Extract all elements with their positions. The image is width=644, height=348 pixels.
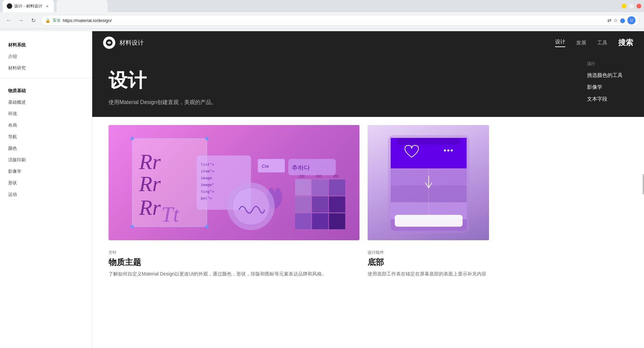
brand-logo	[103, 37, 115, 49]
sidebar-item-typography[interactable]: 活版印刷	[0, 154, 92, 166]
chrome-icon: ⬤	[620, 18, 625, 23]
svg-point-49	[444, 149, 446, 151]
sidebar: 材料系统 介绍 材料研究 物质基础 基础概述 环境 布局 导航 颜色 活版印刷 …	[0, 31, 92, 348]
browser-tab-inactive[interactable]	[57, 0, 108, 12]
card-desc-1: 了解如何自定义Material Design以更改UI的外观，通过颜色，形状，排…	[109, 270, 359, 278]
card-title-2: 底部	[368, 257, 489, 268]
svg-point-42	[232, 188, 270, 225]
svg-text:image: image	[201, 176, 212, 180]
card-desc-2: 使用底部工作表在锚定在屏幕底部的表面上显示补充内容	[368, 270, 489, 278]
card-material-theme: Rr Rr Rr Tt	[109, 125, 359, 282]
svg-rect-25	[295, 179, 311, 196]
back-button[interactable]: ←	[4, 16, 14, 25]
sidebar-item-motion[interactable]: 运动	[0, 189, 92, 200]
svg-point-50	[447, 149, 449, 151]
cards-section: Rr Rr Rr Tt	[92, 117, 644, 292]
nav-link-tools[interactable]: 工具	[597, 40, 607, 46]
dropdown-item-iconography[interactable]: 影像学	[587, 81, 633, 93]
svg-rect-31	[295, 213, 311, 229]
svg-rect-30	[329, 196, 345, 212]
svg-rect-48	[460, 138, 467, 145]
window-maximize[interactable]	[629, 4, 634, 8]
dropdown-label: 流行	[587, 61, 633, 67]
sidebar-section-title-foundations: 物质基础	[0, 82, 92, 97]
sidebar-section-title-material: 材料系统	[0, 37, 92, 51]
svg-rect-32	[312, 213, 328, 229]
svg-text:item">: item">	[201, 169, 214, 173]
dropdown-item-color-tool[interactable]: 挑选颜色的工具	[587, 69, 633, 81]
svg-text:200: 200	[299, 175, 305, 178]
svg-point-51	[451, 149, 453, 151]
star-icon[interactable]: ☆	[613, 18, 618, 23]
svg-text:Tt: Tt	[161, 202, 180, 226]
card-info-bottom-sheet: 设计组件 底部 使用底部工作表在锚定在屏幕底部的表面上显示补充内容	[368, 240, 489, 282]
card-bottom-sheet: 设计组件 底部 使用底部工作表在锚定在屏幕底部的表面上显示补充内容	[368, 125, 489, 282]
dropdown-item-text-field[interactable]: 文本字段	[587, 93, 633, 105]
tab-favicon	[7, 3, 12, 9]
svg-text:400: 400	[333, 175, 339, 178]
svg-text:ting">: ting">	[201, 189, 214, 194]
svg-rect-46	[391, 138, 467, 145]
sidebar-item-shape[interactable]: 形状	[0, 177, 92, 189]
svg-rect-28	[295, 196, 311, 212]
sidebar-divider-1	[0, 78, 92, 78]
brand: 材料设计	[103, 37, 144, 49]
sidebar-item-layout[interactable]: 布局	[0, 120, 92, 131]
browser-tab-active[interactable]: 设计 - 材料设计 ✕	[3, 0, 54, 12]
sidebar-item-research[interactable]: 材料研究	[0, 62, 92, 74]
page-title: 设计	[109, 68, 560, 94]
card-image-material-theme: Rr Rr Rr Tt	[109, 125, 359, 240]
sidebar-item-navigation[interactable]: 导航	[0, 131, 92, 143]
card-label-2: 设计组件	[368, 250, 489, 255]
svg-text:image": image"	[201, 183, 214, 187]
main-content: 材料设计 设计 发展 工具 搜索 设计 使用Material Design创建直…	[92, 31, 644, 348]
translate-icon: ⇄	[607, 18, 611, 23]
sidebar-section-foundations: 物质基础 基础概述 环境 布局 导航 颜色 活版印刷 影像学 形状 运动	[0, 82, 92, 200]
svg-text:bel">: bel">	[201, 196, 212, 201]
svg-rect-33	[329, 213, 345, 229]
svg-rect-47	[391, 138, 397, 145]
card-image-bottom-sheet	[368, 125, 489, 240]
svg-text:Rr: Rr	[139, 196, 161, 220]
sidebar-section-material-system: 材料系统 介绍 材料研究	[0, 37, 92, 74]
nav-links: 设计 发展 工具 搜索	[555, 38, 633, 48]
svg-text:300: 300	[316, 175, 322, 178]
security-label: 安全	[53, 18, 61, 23]
tab-close-button[interactable]: ✕	[44, 3, 50, 9]
sidebar-item-environment[interactable]: 环境	[0, 108, 92, 120]
brand-label: 材料设计	[119, 39, 144, 47]
hero-subtitle: 使用Material Design创建直观，美观的产品。	[109, 99, 560, 106]
forward-button[interactable]: →	[16, 16, 26, 25]
url-display: https://material.io/design/	[63, 18, 605, 23]
sidebar-item-basics[interactable]: 基础概述	[0, 97, 92, 108]
address-bar[interactable]: 🔒 安全 https://material.io/design/ ⇄ ☆ ⬤ U	[41, 15, 640, 26]
window-minimize[interactable]	[622, 4, 626, 8]
card-title-1: 物质主题	[109, 257, 359, 268]
hero-section: 设计 使用Material Design创建直观，美观的产品。	[92, 54, 576, 117]
reload-button[interactable]: ↻	[28, 16, 38, 25]
top-nav: 材料设计 设计 发展 工具 搜索	[92, 31, 644, 54]
svg-rect-27	[329, 179, 345, 196]
svg-rect-29	[312, 196, 328, 212]
svg-text:list">: list">	[201, 162, 214, 167]
security-lock-icon: 🔒	[45, 18, 51, 23]
nav-link-develop[interactable]: 发展	[576, 40, 586, 46]
card-info-material-theme: 方针 物质主题 了解如何自定义Material Design以更改UI的外观，通…	[109, 240, 359, 282]
dropdown-menu: 流行 挑选颜色的工具 影像学 文本字段	[576, 54, 644, 117]
sidebar-item-intro[interactable]: 介绍	[0, 51, 92, 62]
sidebar-item-iconography[interactable]: 影像学	[0, 166, 92, 177]
svg-text:Rr: Rr	[139, 150, 161, 174]
tab-favicon-2	[61, 3, 66, 9]
tab-label: 设计 - 材料设计	[14, 3, 42, 9]
svg-rect-26	[312, 179, 328, 196]
sidebar-item-color[interactable]: 颜色	[0, 143, 92, 154]
svg-rect-56	[395, 215, 463, 227]
svg-text:Cre: Cre	[262, 164, 269, 169]
profile-icon[interactable]: U	[627, 16, 636, 24]
card-label-1: 方针	[109, 250, 359, 255]
nav-link-design[interactable]: 设计	[555, 39, 565, 47]
window-close[interactable]	[637, 4, 641, 8]
search-button[interactable]: 搜索	[618, 38, 633, 48]
svg-text:Rr: Rr	[139, 172, 161, 196]
svg-text:추하다: 추하다	[292, 164, 310, 171]
